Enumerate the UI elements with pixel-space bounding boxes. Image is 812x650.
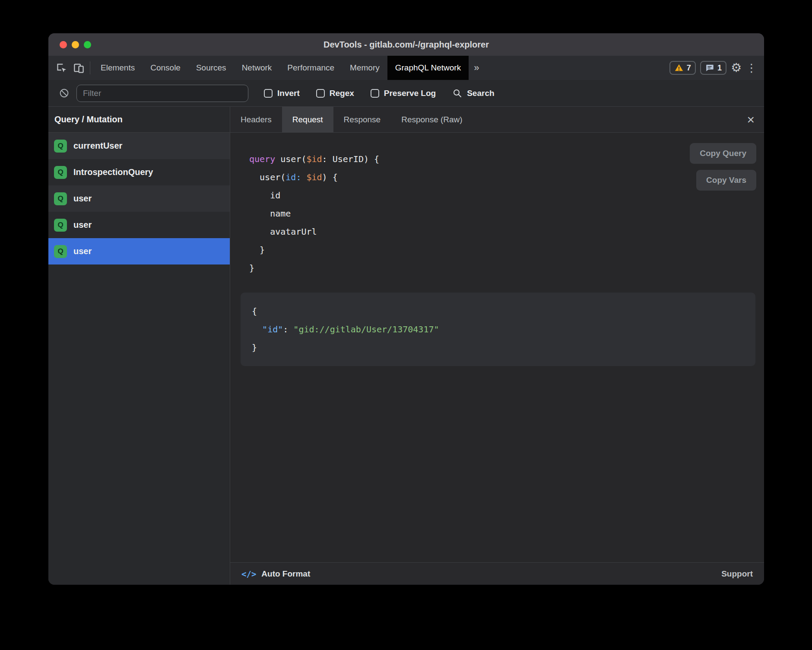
detail-tab-response-raw[interactable]: Response (Raw) xyxy=(391,107,473,132)
code-token: "gid://gitlab/User/13704317" xyxy=(293,324,439,335)
query-list-item[interactable]: QcurrentUser xyxy=(48,133,230,159)
code-line: } xyxy=(249,241,764,259)
code-token: id xyxy=(249,190,280,201)
query-name: IntrospectionQuery xyxy=(73,167,153,177)
main-tab-sources[interactable]: Sources xyxy=(188,56,234,80)
panel-body: Query / Mutation QcurrentUserQIntrospect… xyxy=(48,107,764,585)
request-content: Copy Query Copy Vars query user($id: Use… xyxy=(230,133,764,562)
query-list-item[interactable]: Quser xyxy=(48,238,230,264)
code-line: "id": "gid://gitlab/User/13704317" xyxy=(252,320,744,338)
checkbox-preserve-log[interactable]: Preserve Log xyxy=(371,89,436,98)
checkbox-box[interactable] xyxy=(264,89,273,98)
detail-footer: </> Auto Format Support xyxy=(230,562,764,585)
code-token: "id" xyxy=(262,324,283,335)
sidebar: Query / Mutation QcurrentUserQIntrospect… xyxy=(48,107,230,585)
code-line: avatarUrl xyxy=(249,223,764,241)
query-list-item[interactable]: Quser xyxy=(48,212,230,238)
warnings-badge[interactable]: 7 xyxy=(669,61,696,75)
sidebar-header: Query / Mutation xyxy=(48,107,230,133)
devtools-window: DevTools - gitlab.com/-/graphql-explorer… xyxy=(48,33,764,585)
search-label: Search xyxy=(467,89,494,98)
code-token: } xyxy=(249,245,265,255)
code-line: name xyxy=(249,204,764,223)
toolbar-right: 7 1 ⚙ ⋮ xyxy=(669,61,764,75)
main-tab-elements[interactable]: Elements xyxy=(93,56,143,80)
query-list-item[interactable]: QIntrospectionQuery xyxy=(48,159,230,185)
toolbar-divider xyxy=(90,61,90,74)
more-tabs-button[interactable]: » xyxy=(469,56,484,80)
code-token: avatarUrl xyxy=(249,226,317,237)
settings-gear-icon[interactable]: ⚙ xyxy=(731,62,742,74)
detail-panel: HeadersRequestResponseResponse (Raw) × C… xyxy=(230,107,764,585)
main-tab-console[interactable]: Console xyxy=(143,56,188,80)
titlebar: DevTools - gitlab.com/-/graphql-explorer xyxy=(48,33,764,56)
code-token: } xyxy=(252,342,257,353)
code-token: $id xyxy=(306,154,322,164)
checkbox-box[interactable] xyxy=(371,89,379,98)
close-panel-icon[interactable]: × xyxy=(747,113,755,126)
filter-input[interactable] xyxy=(76,85,248,102)
close-window-button[interactable] xyxy=(60,41,67,48)
issues-badge[interactable]: 1 xyxy=(700,61,726,75)
code-line: id xyxy=(249,186,764,204)
code-token xyxy=(252,324,262,335)
detail-tab-headers[interactable]: Headers xyxy=(230,107,282,132)
query-list-item[interactable]: Quser xyxy=(48,185,230,212)
support-link[interactable]: Support xyxy=(721,569,753,579)
code-line: query user($id: UserID) { xyxy=(249,150,764,168)
code-token: { xyxy=(252,306,257,316)
code-token xyxy=(301,172,306,182)
message-icon xyxy=(705,63,714,73)
code-line: { xyxy=(252,302,744,320)
query-name: currentUser xyxy=(73,141,122,151)
query-type-badge: Q xyxy=(54,192,67,205)
code-token: : xyxy=(283,324,293,335)
search-icon xyxy=(452,88,463,99)
warning-icon xyxy=(674,63,684,73)
filter-bar: InvertRegexPreserve Log Search xyxy=(48,80,764,107)
minimize-window-button[interactable] xyxy=(72,41,79,48)
copy-vars-button[interactable]: Copy Vars xyxy=(696,170,756,191)
inspect-element-icon[interactable] xyxy=(53,59,70,76)
detail-tab-response[interactable]: Response xyxy=(333,107,391,132)
checkbox-regex[interactable]: Regex xyxy=(316,89,354,98)
query-name: user xyxy=(73,194,92,204)
code-token: user( xyxy=(275,154,306,164)
main-tab-strip: ElementsConsoleSourcesNetworkPerformance… xyxy=(93,56,469,80)
query-type-badge: Q xyxy=(54,140,67,153)
more-options-icon[interactable]: ⋮ xyxy=(746,62,757,73)
detail-tab-request[interactable]: Request xyxy=(282,107,333,132)
search-button[interactable]: Search xyxy=(452,88,494,99)
checkbox-invert[interactable]: Invert xyxy=(264,89,300,98)
query-type-badge: Q xyxy=(54,245,67,258)
query-type-badge: Q xyxy=(54,219,67,232)
zoom-window-button[interactable] xyxy=(84,41,91,48)
device-toolbar-icon[interactable] xyxy=(70,59,87,76)
checkbox-label: Preserve Log xyxy=(384,89,436,98)
checkbox-box[interactable] xyxy=(316,89,325,98)
window-title: DevTools - gitlab.com/-/graphql-explorer xyxy=(48,40,764,50)
issue-count: 1 xyxy=(717,64,722,73)
query-variables-panel: { "id": "gid://gitlab/User/13704317"} xyxy=(241,293,755,366)
copy-query-button[interactable]: Copy Query xyxy=(690,143,756,164)
detail-tab-strip: HeadersRequestResponseResponse (Raw) × xyxy=(230,107,764,133)
detail-tabs: HeadersRequestResponseResponse (Raw) xyxy=(230,107,473,132)
main-tab-graphql-network[interactable]: GraphQL Network xyxy=(387,56,469,80)
main-tab-network[interactable]: Network xyxy=(234,56,280,80)
code-token: id: xyxy=(285,172,301,182)
checkbox-label: Invert xyxy=(277,89,300,98)
code-token: ) { xyxy=(322,172,338,182)
auto-format-label: Auto Format xyxy=(261,569,310,579)
query-name: user xyxy=(73,246,92,256)
checkbox-label: Regex xyxy=(330,89,354,98)
code-line: } xyxy=(249,259,764,277)
code-token: query xyxy=(249,154,275,164)
graphql-query-code: query user($id: UserID) { user(id: $id) … xyxy=(230,133,764,277)
traffic-lights xyxy=(60,41,91,48)
block-icon[interactable] xyxy=(59,88,70,99)
devtools-toolbar: ElementsConsoleSourcesNetworkPerformance… xyxy=(48,56,764,80)
copy-buttons: Copy Query Copy Vars xyxy=(690,143,756,191)
main-tab-performance[interactable]: Performance xyxy=(279,56,342,80)
auto-format-button[interactable]: </> Auto Format xyxy=(241,569,310,579)
main-tab-memory[interactable]: Memory xyxy=(342,56,387,80)
